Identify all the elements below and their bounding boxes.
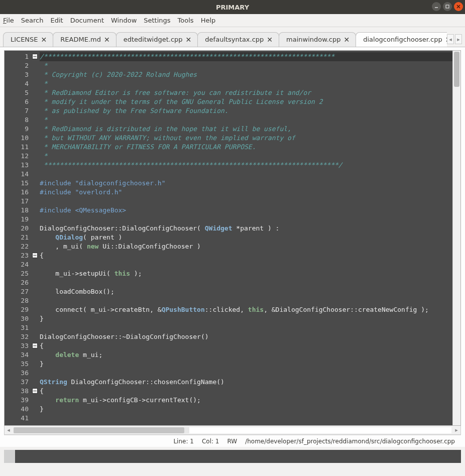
code-line: loadComboBox(); (40, 287, 452, 296)
close-icon[interactable]: ✕ (186, 36, 192, 43)
menu-document[interactable]: Document (70, 17, 104, 24)
code-line: delete m_ui; (40, 350, 452, 360)
tab-bar: LICENSE✕README.md✕edteditwidget.cpp✕defa… (0, 27, 465, 47)
status-col: Col: 1 (202, 438, 219, 445)
window-controls (432, 2, 463, 11)
tab-license[interactable]: LICENSE✕ (3, 32, 53, 47)
close-icon[interactable]: ✕ (104, 36, 110, 43)
menu-file[interactable]: File (3, 17, 14, 24)
menu-search[interactable]: Search (21, 17, 44, 24)
menu-tools[interactable]: Tools (178, 17, 194, 24)
command-input[interactable] (15, 450, 461, 463)
code-line: * Copyright (c) 2020-2022 Roland Hughes (40, 70, 452, 79)
editor-area: 1 2 3 4 5 6 7 8 9 10 11 12 13 14 15 16 1… (0, 47, 465, 447)
menu-edit[interactable]: Edit (50, 17, 63, 24)
code-line: * as published by the Free Software Foun… (40, 106, 452, 115)
code-line: #include "overlord.h" (40, 188, 452, 197)
command-bar (4, 450, 461, 463)
close-button[interactable] (454, 2, 463, 11)
tab-mainwindow-cpp[interactable]: mainwindow.cpp✕ (279, 32, 356, 47)
close-icon[interactable]: ✕ (445, 36, 447, 43)
code-line: } (40, 360, 452, 369)
code-line: DialogConfigChooser::~DialogConfigChoose… (40, 332, 452, 341)
code-line: return m_ui->configCB->currentText(); (40, 396, 452, 405)
menu-window[interactable]: Window (111, 17, 137, 24)
tab-scroll-left[interactable]: ◂ (447, 34, 454, 44)
tab-label: LICENSE (11, 36, 38, 43)
code-line (40, 260, 452, 269)
code-line (40, 215, 452, 224)
menu-help[interactable]: Help (201, 17, 216, 24)
code-line: QDialog( parent ) (40, 233, 452, 242)
close-icon[interactable]: ✕ (41, 36, 47, 43)
vertical-scrollbar[interactable] (452, 51, 460, 425)
status-mode: RW (227, 438, 237, 445)
menu-bar: File Search Edit Document Window Setting… (0, 14, 465, 27)
fold-marker-icon[interactable]: − (32, 343, 38, 348)
menu-settings[interactable]: Settings (144, 17, 170, 24)
code-editor[interactable]: /***************************************… (39, 51, 452, 425)
horizontal-scrollbar[interactable]: ◂ ▸ (4, 426, 461, 435)
code-line: * but WITHOUT ANY WARRANTY; without even… (40, 134, 452, 143)
status-path: /home/developer/sf_projects/reddiamond/s… (245, 438, 455, 445)
code-line (40, 296, 452, 305)
code-line: #include <QMessageBox> (40, 206, 452, 215)
code-line: * (40, 115, 452, 125)
tab-label: dialogconfigchooser.cpp (363, 36, 442, 43)
tab-label: README.md (60, 36, 101, 43)
tabs-container: LICENSE✕README.md✕edteditwidget.cpp✕defa… (3, 32, 447, 47)
tab-readme-md[interactable]: README.md✕ (53, 32, 116, 47)
tab-nav: ◂ ▸ (447, 34, 462, 47)
fold-marker-icon[interactable]: − (32, 54, 38, 59)
code-line: QString DialogConfigChooser::chosenConfi… (40, 378, 452, 387)
code-line (40, 323, 452, 332)
status-bar: Line: 1 Col: 1 RW /home/developer/sf_pro… (4, 435, 461, 447)
fold-marker-icon[interactable]: − (32, 388, 38, 394)
code-line: * (40, 152, 452, 161)
maximize-button[interactable] (443, 2, 452, 11)
tab-label: mainwindow.cpp (286, 36, 340, 43)
close-icon[interactable]: ✕ (343, 36, 350, 43)
code-line: /***************************************… (40, 52, 452, 61)
window-title: PRIMARY (216, 4, 249, 11)
code-line: { (40, 251, 452, 260)
code-line: ****************************************… (40, 161, 452, 170)
code-line (40, 414, 452, 423)
code-line: * RedDiamond Editor is free software: yo… (40, 88, 452, 97)
close-icon[interactable]: ✕ (267, 36, 273, 43)
title-bar: PRIMARY (0, 0, 465, 14)
code-line (40, 278, 452, 287)
code-line: * MERCHANTABILITY or FITNESS FOR A PARTI… (40, 143, 452, 152)
minimize-button[interactable] (432, 2, 441, 11)
tab-label: defaultsyntax.cpp (205, 36, 264, 43)
code-line (40, 369, 452, 378)
tab-defaultsyntax-cpp[interactable]: defaultsyntax.cpp✕ (197, 32, 279, 47)
hscroll-left-icon[interactable]: ◂ (5, 427, 13, 433)
code-line (40, 170, 452, 179)
code-line: { (40, 341, 452, 350)
code-line: } (40, 405, 452, 414)
fold-column: −−−− (32, 51, 39, 425)
tab-dialogconfigchooser-cpp[interactable]: dialogconfigchooser.cpp✕ (356, 32, 447, 47)
code-line: } (40, 314, 452, 323)
hscroll-right-icon[interactable]: ▸ (452, 427, 460, 433)
line-number-gutter: 1 2 3 4 5 6 7 8 9 10 11 12 13 14 15 16 1… (5, 51, 32, 425)
vertical-scroll-thumb[interactable] (454, 52, 459, 87)
status-line: Line: 1 (173, 438, 194, 445)
code-line: { (40, 387, 452, 396)
code-line: connect( m_ui->createBtn, &QPushButton::… (40, 305, 452, 314)
tab-edteditwidget-cpp[interactable]: edteditwidget.cpp✕ (116, 32, 198, 47)
hscroll-thumb[interactable] (14, 427, 184, 433)
fold-marker-icon[interactable]: − (32, 253, 38, 258)
command-prompt-icon (4, 450, 15, 463)
hscroll-track-right (189, 427, 451, 433)
tab-label: edteditwidget.cpp (124, 36, 183, 43)
tab-scroll-right[interactable]: ▸ (455, 34, 462, 44)
hscroll-track[interactable] (14, 427, 451, 433)
code-line: * (40, 61, 452, 70)
svg-rect-1 (446, 5, 449, 8)
code-line: m_ui->setupUi( this ); (40, 269, 452, 278)
code-line: * (40, 79, 452, 88)
code-line: DialogConfigChooser::DialogConfigChooser… (40, 224, 452, 233)
code-line: * modify it under the terms of the GNU G… (40, 97, 452, 106)
